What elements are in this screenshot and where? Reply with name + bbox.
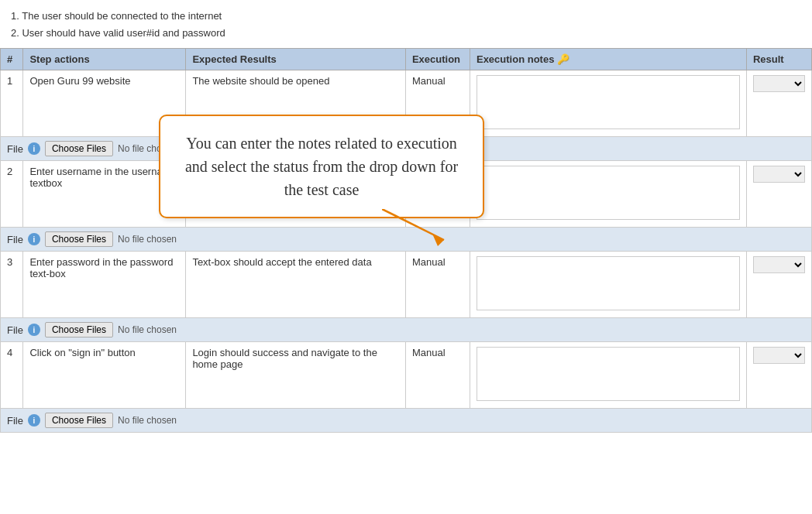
header-num: #: [1, 49, 23, 70]
no-file-text-4: No file chosen: [118, 415, 177, 426]
tooltip-arrow-icon: [382, 209, 459, 248]
step-expected: Login should success and navigate to the…: [186, 342, 406, 409]
file-label: File: [7, 234, 23, 245]
step-result-cell: Pass Fail Blocked: [746, 70, 811, 137]
table-header-row: # Step actions Expected Results Executio…: [1, 49, 812, 70]
header-notes: Execution notes 🔑: [470, 49, 746, 70]
header-actions: Step actions: [23, 49, 186, 70]
header-result: Result: [746, 49, 811, 70]
tooltip-callout: You can enter the notes related to execu…: [159, 115, 484, 218]
step-num: 4: [1, 342, 23, 409]
file-row: File i Choose Files No file chosen: [1, 318, 812, 342]
choose-files-button-4[interactable]: Choose Files: [45, 413, 113, 428]
step-execution: Manual: [405, 252, 470, 318]
step-num: 3: [1, 252, 23, 318]
result-select-3[interactable]: Pass Fail Blocked: [753, 256, 805, 273]
step-result-cell: Pass Fail Blocked: [746, 342, 811, 409]
choose-files-button-2[interactable]: Choose Files: [45, 231, 113, 247]
file-label: File: [7, 324, 23, 336]
file-row-content: File i Choose Files No file chosen: [7, 413, 805, 428]
step-action: Enter password in the password text-box: [23, 252, 186, 318]
svg-marker-1: [432, 234, 444, 246]
info-icon[interactable]: i: [28, 142, 40, 155]
file-row: File i Choose Files No file chosen: [1, 409, 812, 433]
step-notes-cell: [470, 342, 746, 409]
notes-textarea-2[interactable]: [477, 166, 740, 220]
choose-files-button-3[interactable]: Choose Files: [45, 322, 113, 338]
header-expected: Expected Results: [186, 49, 406, 70]
step-action: Click on "sign in" button: [23, 342, 186, 409]
step-result-cell: Pass Fail Blocked: [746, 161, 811, 228]
result-select-2[interactable]: Pass Fail Blocked: [753, 166, 805, 183]
info-icon[interactable]: i: [28, 414, 40, 427]
header-execution: Execution: [405, 49, 470, 70]
no-file-text-2: No file chosen: [118, 234, 177, 245]
table-row: 4 Click on "sign in" button Login should…: [1, 342, 812, 409]
no-file-text-3: No file chosen: [118, 324, 177, 335]
notes-textarea-3[interactable]: [477, 256, 740, 310]
file-row-cell: File i Choose Files No file chosen: [1, 318, 812, 342]
step-expected: Text-box should accept the entered data: [186, 252, 406, 318]
prerequisite-line2: 2. User should have valid user#id and pa…: [11, 25, 801, 42]
prerequisites-section: 1. The user should be connected to the i…: [0, 0, 812, 48]
notes-textarea-1[interactable]: [477, 75, 740, 129]
file-row-cell: File i Choose Files No file chosen: [1, 409, 812, 433]
page-container: 1. The user should be connected to the i…: [0, 0, 812, 514]
step-notes-cell: [470, 161, 746, 228]
choose-files-button-1[interactable]: Choose Files: [45, 141, 113, 156]
step-num: 1: [1, 70, 23, 137]
result-select-4[interactable]: Pass Fail Blocked: [753, 347, 805, 364]
file-row-content: File i Choose Files No file chosen: [7, 322, 805, 338]
prerequisite-line1: 1. The user should be connected to the i…: [11, 8, 801, 25]
step-result-cell: Pass Fail Blocked: [746, 252, 811, 318]
file-label: File: [7, 143, 23, 155]
step-notes-cell: [470, 252, 746, 318]
info-icon[interactable]: i: [28, 233, 40, 245]
table-row: 3 Enter password in the password text-bo…: [1, 252, 812, 318]
info-icon[interactable]: i: [28, 324, 40, 336]
step-num: 2: [1, 161, 23, 228]
result-select-1[interactable]: Pass Fail Blocked: [753, 75, 805, 92]
tooltip-text: You can enter the notes related to execu…: [185, 135, 458, 198]
step-notes-cell: [470, 70, 746, 137]
file-label: File: [7, 415, 23, 427]
notes-textarea-4[interactable]: [477, 347, 740, 401]
step-execution: Manual: [405, 342, 470, 409]
